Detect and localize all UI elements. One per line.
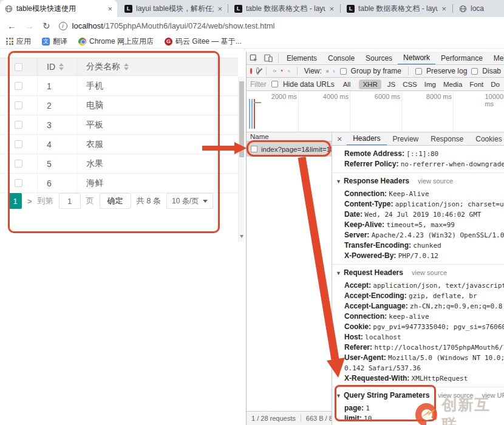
device-toolbar-icon[interactable] bbox=[264, 54, 273, 62]
tab-close-icon[interactable]: × bbox=[107, 4, 112, 13]
row-checkbox[interactable] bbox=[15, 140, 22, 148]
header-line: Transfer-Encoding: chunked bbox=[332, 240, 504, 251]
row-checkbox[interactable] bbox=[15, 160, 22, 168]
layui-favicon-icon: L bbox=[347, 5, 355, 13]
select-all-checkbox[interactable] bbox=[15, 63, 22, 71]
hide-data-urls-checkbox[interactable] bbox=[271, 81, 278, 87]
bookmark-chrome-store[interactable]: Chrome 网上应用店 bbox=[78, 36, 154, 47]
browser-tab-4[interactable]: L table 数据表格文档 - layui × bbox=[342, 0, 451, 17]
tab-performance[interactable]: Performance bbox=[435, 52, 488, 65]
timeline-label: 2000 ms bbox=[271, 93, 297, 100]
page-1-button[interactable]: 1 bbox=[9, 193, 22, 209]
goto-page-input[interactable]: 1 bbox=[59, 193, 81, 209]
tab-close-icon[interactable]: × bbox=[217, 4, 222, 13]
preserve-log-checkbox[interactable] bbox=[415, 68, 422, 75]
url-field[interactable]: i localhost/1705phpAMouth6/layui/0724/we… bbox=[59, 21, 275, 30]
page-unit-label: 页 bbox=[86, 195, 94, 206]
header-line: Accept: application/json, text/javascrip… bbox=[332, 280, 504, 291]
cell-name: 手机 bbox=[86, 81, 103, 92]
row-checkbox[interactable] bbox=[15, 101, 22, 109]
waterfall-view-icon[interactable] bbox=[333, 68, 336, 75]
detail-tab-bar: × Headers Preview Response Cookies Timin… bbox=[332, 132, 504, 146]
row-checkbox[interactable] bbox=[15, 82, 22, 90]
filter-type-xhr[interactable]: XHR bbox=[359, 80, 381, 89]
filter-type-font[interactable]: Font bbox=[468, 80, 485, 89]
search-icon[interactable] bbox=[288, 67, 290, 75]
clear-icon[interactable] bbox=[256, 67, 259, 75]
grid-line bbox=[453, 91, 454, 132]
list-view-icon[interactable] bbox=[326, 68, 329, 75]
confirm-button[interactable]: 确定 bbox=[100, 193, 131, 209]
sort-icon[interactable] bbox=[124, 63, 129, 70]
tab-console[interactable]: Console bbox=[322, 52, 360, 65]
browser-tab-5[interactable]: loca bbox=[454, 0, 504, 17]
view-source-link[interactable]: view source bbox=[418, 177, 453, 185]
disclosure-triangle-icon[interactable]: ▼ bbox=[336, 270, 341, 276]
header-line: Connection: keep-alive bbox=[332, 311, 504, 322]
disclosure-triangle-icon[interactable]: ▼ bbox=[336, 178, 341, 185]
browser-tab-1[interactable]: table模块快速使用 × bbox=[0, 0, 117, 17]
inspect-icon[interactable] bbox=[250, 54, 258, 63]
filter-type-media[interactable]: Media bbox=[442, 80, 463, 89]
tab-memory[interactable]: Memory bbox=[488, 52, 504, 65]
header-line: Connection: Keep-Alive bbox=[332, 189, 504, 199]
tab-elements[interactable]: Elements bbox=[281, 52, 322, 65]
filter-type-img[interactable]: Img bbox=[423, 80, 437, 89]
filter-type-doc[interactable]: Do bbox=[489, 80, 501, 89]
sort-icon[interactable] bbox=[59, 63, 64, 70]
bookmark-gitee[interactable]: G 码云 Gitee — 基于... bbox=[165, 36, 242, 47]
browser-tab-3[interactable]: L table 数据表格文档 - layui × bbox=[230, 0, 339, 17]
header-line: Host: localhost bbox=[332, 332, 504, 342]
tab-response[interactable]: Response bbox=[424, 132, 469, 146]
tab-headers[interactable]: Headers bbox=[347, 132, 386, 146]
view-source-link[interactable]: view source bbox=[412, 269, 447, 276]
filter-type-js[interactable]: JS bbox=[386, 80, 397, 89]
header-line: limit: 10 bbox=[332, 413, 504, 424]
per-page-select[interactable]: 10 条/页 bbox=[166, 193, 213, 209]
request-row[interactable]: index?page=1&limit=10 bbox=[247, 141, 332, 157]
reload-icon[interactable]: ↻ bbox=[43, 21, 50, 32]
header-line: Keep-Alive: timeout=5, max=99 bbox=[332, 220, 504, 230]
view-url-encoded-link[interactable]: view URL en bbox=[482, 392, 504, 399]
capture-screenshots-icon[interactable] bbox=[273, 67, 276, 75]
record-icon[interactable] bbox=[250, 68, 252, 74]
forward-icon[interactable]: → bbox=[25, 21, 34, 31]
tab-network[interactable]: Network bbox=[398, 52, 435, 65]
disclosure-triangle-icon[interactable]: ▼ bbox=[336, 393, 341, 399]
table-scrollbar[interactable] bbox=[238, 76, 244, 242]
url-path: /1705phpAMouth6/layui/0724/web/show.test… bbox=[103, 21, 275, 30]
scrollbar-down-arrow-icon[interactable] bbox=[240, 235, 243, 238]
row-checkbox[interactable] bbox=[15, 121, 22, 129]
close-icon[interactable]: × bbox=[332, 134, 347, 144]
tab-sources[interactable]: Sources bbox=[360, 52, 398, 65]
page-info-icon[interactable]: i bbox=[59, 22, 67, 30]
group-by-frame-checkbox[interactable] bbox=[340, 68, 347, 75]
disable-cache-checkbox[interactable] bbox=[471, 68, 478, 75]
cell-id: 6 bbox=[47, 178, 52, 188]
translate-icon: 文 bbox=[42, 38, 50, 46]
request-bar bbox=[249, 99, 250, 129]
browser-tab-2[interactable]: L layui table模块，解析任意数据 × bbox=[120, 0, 227, 17]
next-page-button[interactable]: > bbox=[27, 197, 32, 206]
view-label: View: bbox=[304, 67, 322, 75]
view-source-link[interactable]: view source bbox=[438, 392, 473, 399]
row-checkbox[interactable] bbox=[15, 179, 22, 187]
filter-type-all[interactable]: All bbox=[339, 80, 355, 89]
tab-close-icon[interactable]: × bbox=[329, 4, 334, 13]
scrollbar-thumb[interactable] bbox=[239, 81, 244, 157]
network-overview-timeline[interactable]: 2000 ms 4000 ms 6000 ms 8000 ms 10000 ms bbox=[247, 91, 504, 132]
filter-icon[interactable] bbox=[281, 67, 283, 75]
bookmark-label: 码云 Gitee — 基于... bbox=[175, 36, 242, 47]
tab-preview[interactable]: Preview bbox=[387, 132, 425, 146]
back-icon[interactable]: ← bbox=[7, 21, 16, 31]
tab-close-icon[interactable]: × bbox=[441, 4, 446, 13]
tab-cookies[interactable]: Cookies bbox=[469, 132, 504, 146]
bookmark-apps[interactable]: 应用 bbox=[6, 36, 31, 47]
globe-favicon-icon bbox=[5, 5, 13, 13]
request-bar bbox=[254, 99, 255, 129]
header-line: 0.142 Safari/537.36 bbox=[332, 363, 504, 373]
filter-type-css[interactable]: CSS bbox=[401, 80, 418, 89]
name-column-header[interactable]: Name bbox=[247, 132, 332, 141]
filter-input[interactable]: Filter bbox=[250, 80, 267, 89]
bookmark-translate[interactable]: 文 翻译 bbox=[42, 36, 67, 47]
